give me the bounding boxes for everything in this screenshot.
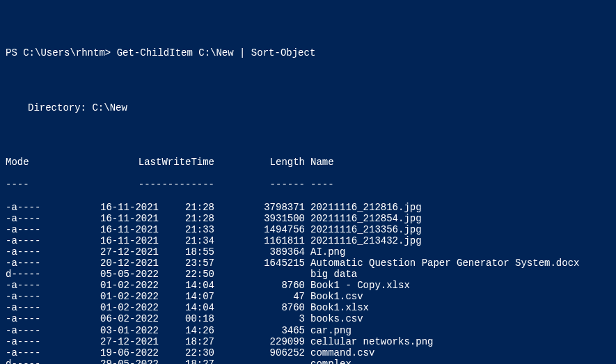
directory-path: C:\New <box>92 102 127 113</box>
cell-mode: -a---- <box>6 291 61 302</box>
cell-time: 14:04 <box>159 302 214 313</box>
table-row: -a----16-11-202121:28393150020211116_212… <box>6 213 610 224</box>
header-lastwritetime: LastWriteTime <box>61 157 214 168</box>
cell-length: 3798371 <box>214 202 305 213</box>
cell-name: cellular networks.png <box>305 336 433 347</box>
header-length: Length <box>214 157 305 168</box>
header-name: Name <box>305 157 334 168</box>
divider-mode: ---- <box>6 179 61 190</box>
cell-date: 05-05-2022 <box>61 269 159 280</box>
cell-time: 21:28 <box>159 213 214 224</box>
cell-length: 3931500 <box>214 213 305 224</box>
cell-length: 3 <box>214 313 305 324</box>
cell-name: Book1.xlsx <box>305 302 369 313</box>
cell-time: 23:57 <box>159 258 214 269</box>
blank-line <box>6 80 610 91</box>
cell-name: Automatic Question Paper Generator Syste… <box>305 258 579 269</box>
table-row: -a----01-02-202214:0747Book1.csv <box>6 291 610 302</box>
cell-date: 27-12-2021 <box>61 336 159 347</box>
cell-time: 14:26 <box>159 325 214 336</box>
cell-date: 16-11-2021 <box>61 202 159 213</box>
blank-line <box>6 134 610 145</box>
cell-time: 21:33 <box>159 224 214 235</box>
cell-name: 20211116_213432.jpg <box>305 235 422 246</box>
cell-length: 8760 <box>214 302 305 313</box>
cell-time: 18:27 <box>159 358 214 364</box>
prompt-prefix: PS C:\Users\rhntm> <box>6 47 117 58</box>
cell-length: 1161811 <box>214 235 305 246</box>
cell-mode: -a---- <box>6 336 61 347</box>
divider-name: ---- <box>305 179 334 190</box>
directory-label: Directory: <box>28 102 92 113</box>
cell-name: car.png <box>305 325 352 336</box>
cell-name: Book1.csv <box>305 291 363 302</box>
cell-date: 03-01-2022 <box>61 325 159 336</box>
cell-length: 389364 <box>214 246 305 258</box>
cell-name: 20211116_213356.jpg <box>305 224 422 235</box>
cell-length: 1494756 <box>214 224 305 235</box>
cell-length: 8760 <box>214 280 305 291</box>
cell-length: 906252 <box>214 347 305 358</box>
cell-time: 21:34 <box>159 235 214 246</box>
table-body: -a----16-11-202121:28379837120211116_212… <box>6 202 610 365</box>
cell-date: 20-12-2021 <box>61 258 159 269</box>
cell-name: 20211116_212816.jpg <box>305 202 422 213</box>
table-row: -a----16-11-202121:34116181120211116_213… <box>6 235 610 246</box>
table-row: -a----16-11-202121:33149475620211116_213… <box>6 224 610 235</box>
cell-mode: d----- <box>6 269 61 280</box>
cell-name: big data <box>305 269 357 280</box>
table-divider: --------------------------- <box>6 179 610 190</box>
cell-name: Book1 - Copy.xlsx <box>305 280 410 291</box>
cell-mode: -a---- <box>6 224 61 235</box>
cell-date: 16-11-2021 <box>61 235 159 246</box>
header-mode: Mode <box>6 157 61 168</box>
cell-time: 22:30 <box>159 347 214 358</box>
table-row: -a----16-11-202121:28379837120211116_212… <box>6 202 610 213</box>
cell-time: 14:07 <box>159 291 214 302</box>
table-row: d-----05-05-202222:50big data <box>6 269 610 280</box>
cell-length: 3465 <box>214 325 305 336</box>
table-row: -a----19-06-202222:30906252command.csv <box>6 347 610 358</box>
cell-date: 27-12-2021 <box>61 246 159 258</box>
table-row: -a----27-12-202118:27229099cellular netw… <box>6 336 610 347</box>
cell-length: 229099 <box>214 336 305 347</box>
cell-mode: d----- <box>6 358 61 364</box>
cell-time: 14:04 <box>159 280 214 291</box>
directory-line: Directory: C:\New <box>28 102 610 113</box>
cell-mode: -a---- <box>6 325 61 336</box>
table-row: -a----27-12-202118:55389364AI.png <box>6 246 610 258</box>
cell-mode: -a---- <box>6 347 61 358</box>
cell-length: 47 <box>214 291 305 302</box>
divider-length: ------ <box>214 179 305 190</box>
table-header: ModeLastWriteTimeLengthName <box>6 157 610 168</box>
cell-name: books.csv <box>305 313 363 324</box>
cell-mode: -a---- <box>6 246 61 258</box>
prompt-line: PS C:\Users\rhntm> Get-ChildItem C:\New … <box>6 47 610 58</box>
divider-lastwritetime: ------------- <box>61 179 214 190</box>
cell-mode: -a---- <box>6 280 61 291</box>
cell-date: 01-02-2022 <box>61 302 159 313</box>
cell-date: 06-02-2022 <box>61 313 159 324</box>
cell-date: 16-11-2021 <box>61 224 159 235</box>
table-row: -a----01-02-202214:048760Book1 - Copy.xl… <box>6 280 610 291</box>
table-row: -a----06-02-202200:183books.csv <box>6 313 610 324</box>
table-row: -a----03-01-202214:263465car.png <box>6 325 610 336</box>
cell-mode: -a---- <box>6 213 61 224</box>
cell-mode: -a---- <box>6 258 61 269</box>
cell-date: 01-02-2022 <box>61 291 159 302</box>
prompt-command: Get-ChildItem C:\New | Sort-Object <box>117 47 316 58</box>
cell-time: 21:28 <box>159 202 214 213</box>
table-row: -a----01-02-202214:048760Book1.xlsx <box>6 302 610 313</box>
cell-name: 20211116_212854.jpg <box>305 213 422 224</box>
table-row: d-----29-05-202218:27complex <box>6 358 610 364</box>
cell-mode: -a---- <box>6 302 61 313</box>
cell-date: 19-06-2022 <box>61 347 159 358</box>
cell-date: 16-11-2021 <box>61 213 159 224</box>
cell-mode: -a---- <box>6 235 61 246</box>
cell-date: 29-05-2022 <box>61 358 159 364</box>
cell-time: 00:18 <box>159 313 214 324</box>
cell-mode: -a---- <box>6 202 61 213</box>
cell-name: complex <box>305 358 352 364</box>
table-row: -a----20-12-202123:571645215Automatic Qu… <box>6 258 610 269</box>
cell-name: command.csv <box>305 347 374 358</box>
